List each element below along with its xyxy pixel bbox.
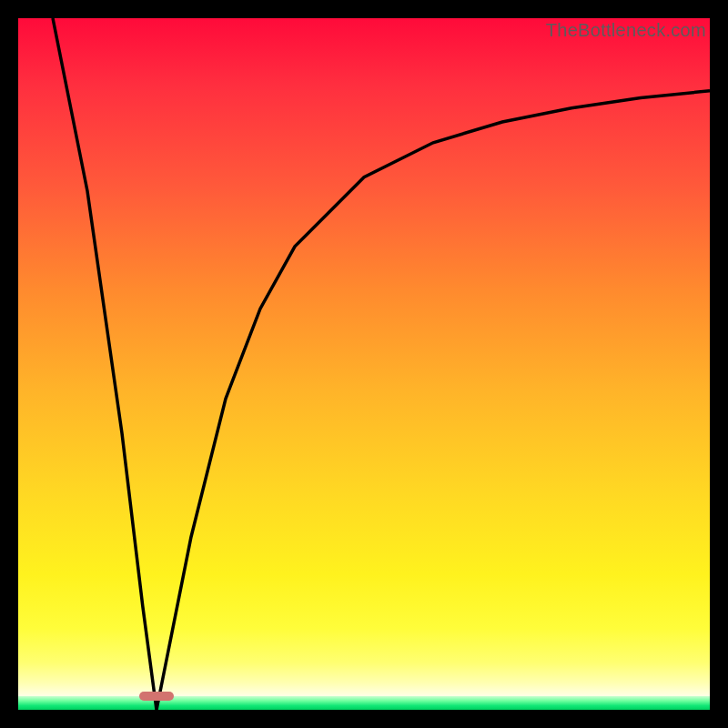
minimum-marker [139, 692, 174, 701]
curve-path [53, 18, 710, 710]
bottleneck-curve [18, 18, 710, 710]
chart-frame: TheBottleneck.com [18, 18, 710, 710]
